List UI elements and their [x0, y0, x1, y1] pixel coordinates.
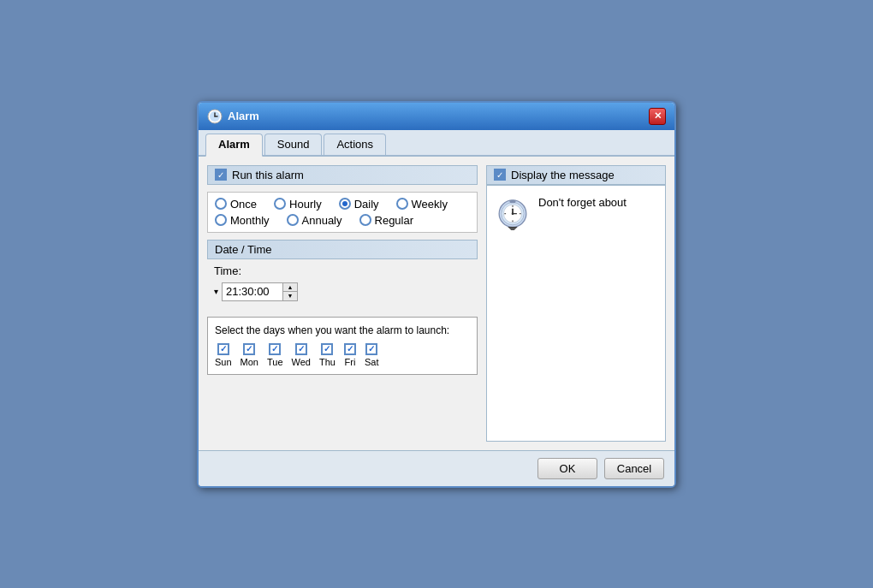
radio-daily[interactable]: Daily: [339, 198, 379, 211]
radio-hourly[interactable]: Hourly: [274, 198, 322, 211]
right-panel: ✓ Display the message: [486, 165, 666, 442]
day-sun-check[interactable]: ✓: [217, 343, 229, 355]
svg-point-13: [512, 212, 514, 215]
day-thu: ✓ Thu: [319, 343, 336, 367]
run-alarm-label: Run this alarm: [232, 169, 304, 181]
day-mon: ✓ Mon: [241, 343, 258, 367]
display-message-checkbox[interactable]: ✓: [494, 169, 506, 181]
radio-annually-label: Annualy: [302, 214, 342, 227]
time-input-group: ▲ ▼: [222, 282, 298, 301]
day-wed-label: Wed: [292, 357, 311, 367]
day-sat-check[interactable]: ✓: [365, 343, 377, 355]
ok-button[interactable]: OK: [537, 458, 597, 479]
day-sat-label: Sat: [365, 357, 379, 367]
display-message-label: Display the message: [511, 169, 615, 181]
clock-icon: [494, 193, 532, 230]
day-sat: ✓ Sat: [365, 343, 379, 367]
day-fri-check[interactable]: ✓: [344, 343, 356, 355]
day-tue: ✓ Tue: [267, 343, 283, 367]
days-grid: ✓ Sun ✓ Mon ✓ Tue ✓ Wed: [215, 343, 470, 367]
svg-marker-15: [508, 227, 518, 230]
radio-annually[interactable]: Annualy: [287, 214, 342, 227]
close-button[interactable]: ✕: [649, 108, 666, 125]
day-mon-check[interactable]: ✓: [243, 343, 255, 355]
radio-monthly[interactable]: Monthly: [215, 214, 270, 227]
radio-once[interactable]: Once: [215, 198, 257, 211]
left-panel: ✓ Run this alarm Once Hourly Daily: [207, 165, 478, 442]
message-text: Don't forget about: [538, 193, 627, 209]
days-label: Select the days when you want the alarm …: [215, 324, 470, 336]
day-wed-check[interactable]: ✓: [295, 343, 307, 355]
day-thu-label: Thu: [319, 357, 336, 367]
radio-weekly[interactable]: Weekly: [396, 198, 448, 211]
day-thu-check[interactable]: ✓: [321, 343, 333, 355]
days-box: Select the days when you want the alarm …: [207, 317, 478, 375]
time-input-row: ▾ ▲ ▼: [207, 282, 478, 306]
time-spin-up[interactable]: ▲: [283, 283, 297, 292]
time-spin-down[interactable]: ▼: [283, 292, 297, 300]
time-row: Time:: [207, 259, 478, 282]
alarm-icon: [207, 109, 223, 124]
radio-regular[interactable]: Regular: [359, 214, 414, 227]
display-message-header: ✓ Display the message: [486, 165, 666, 185]
title-bar: Alarm ✕: [199, 103, 674, 130]
day-tue-label: Tue: [267, 357, 283, 367]
cancel-button[interactable]: Cancel: [604, 458, 664, 479]
title-bar-left: Alarm: [207, 109, 259, 124]
radio-daily-label: Daily: [354, 198, 379, 211]
day-fri-label: Fri: [345, 357, 356, 367]
alarm-dialog: Alarm ✕ Alarm Sound Actions ✓ Run this a…: [197, 101, 676, 488]
tab-alarm[interactable]: Alarm: [205, 134, 263, 157]
tab-actions[interactable]: Actions: [324, 134, 386, 155]
message-panel: Don't forget about: [486, 185, 666, 442]
day-tue-check[interactable]: ✓: [269, 343, 281, 355]
content-area: ✓ Run this alarm Once Hourly Daily: [199, 157, 674, 450]
run-alarm-header: ✓ Run this alarm: [207, 165, 478, 185]
time-spinner: ▲ ▼: [282, 283, 297, 300]
day-sun: ✓ Sun: [215, 343, 232, 367]
day-sun-label: Sun: [215, 357, 232, 367]
window-title: Alarm: [228, 110, 259, 122]
tab-sound[interactable]: Sound: [264, 134, 323, 155]
day-mon-label: Mon: [241, 357, 258, 367]
svg-rect-14: [509, 199, 515, 203]
bottom-bar: OK Cancel: [199, 450, 674, 486]
radio-weekly-label: Weekly: [412, 198, 448, 211]
time-label: Time:: [214, 264, 241, 277]
radio-once-label: Once: [230, 198, 257, 211]
time-dropdown-arrow[interactable]: ▾: [214, 287, 218, 296]
datetime-section: Date / Time Time: ▾ ▲ ▼: [207, 240, 478, 306]
time-input[interactable]: [223, 283, 282, 300]
frequency-group: Once Hourly Daily Weekly Monthly: [207, 192, 478, 233]
tab-bar: Alarm Sound Actions: [199, 130, 674, 157]
day-wed: ✓ Wed: [292, 343, 311, 367]
radio-regular-label: Regular: [375, 214, 414, 227]
day-fri: ✓ Fri: [344, 343, 356, 367]
run-alarm-checkbox[interactable]: ✓: [215, 169, 227, 181]
datetime-section-label: Date / Time: [207, 240, 478, 259]
radio-hourly-label: Hourly: [289, 198, 322, 211]
radio-monthly-label: Monthly: [230, 214, 270, 227]
